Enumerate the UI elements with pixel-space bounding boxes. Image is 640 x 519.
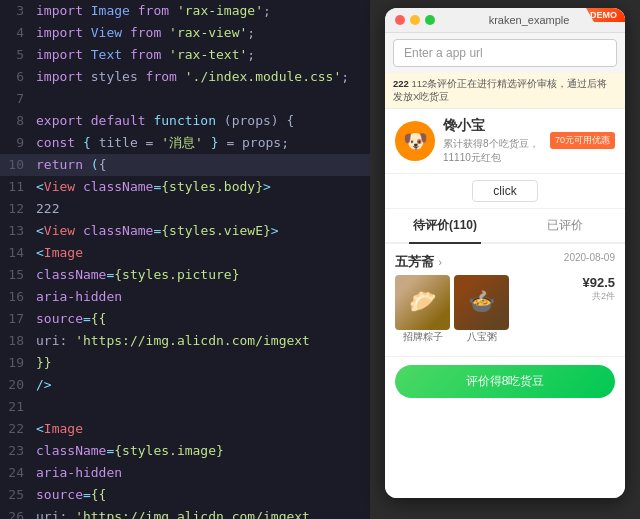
line-number-12: 12 xyxy=(0,198,32,220)
line-number-20: 20 xyxy=(0,374,32,396)
code-editor: 3import Image from 'rax-image';4import V… xyxy=(0,0,370,519)
store-item-0: 🥟 招牌粽子 xyxy=(395,275,450,344)
editor-line-7: 7 xyxy=(0,88,370,110)
store-image-dumplings: 🥟 xyxy=(395,275,450,330)
editor-line-14: 14 <Image xyxy=(0,242,370,264)
line-number-7: 7 xyxy=(0,88,32,110)
line-content-22: <Image xyxy=(32,418,370,440)
store-item-1: 🍲 八宝粥 xyxy=(454,275,509,344)
editor-line-15: 15 className={styles.picture} xyxy=(0,264,370,286)
line-content-25: source={{ xyxy=(32,484,370,506)
store-date: 2020-08-09 xyxy=(564,252,615,263)
editor-line-12: 12 222 xyxy=(0,198,370,220)
store-name-area: 五芳斋 › xyxy=(395,252,442,271)
store-price-area: ¥92.5 共2件 xyxy=(582,275,615,303)
click-button-area[interactable]: click xyxy=(385,174,625,209)
editor-line-23: 23 className={styles.image} xyxy=(0,440,370,462)
line-content-14: <Image xyxy=(32,242,370,264)
line-content-9: const { title = '消息' } = props; xyxy=(32,132,370,154)
editor-line-22: 22 <Image xyxy=(0,418,370,440)
editor-line-5: 5import Text from 'rax-text'; xyxy=(0,44,370,66)
line-number-3: 3 xyxy=(0,0,32,22)
review-action-button[interactable]: 评价得8吃货豆 xyxy=(395,365,615,398)
tab-pending-review[interactable]: 待评价(110) xyxy=(385,209,505,242)
line-number-23: 23 xyxy=(0,440,32,462)
maximize-window-button[interactable] xyxy=(425,15,435,25)
editor-line-17: 17 source={{ xyxy=(0,308,370,330)
coupon-badge[interactable]: 70元可用优惠 xyxy=(550,132,615,149)
user-desc: 累计获得8个吃货豆，11110元红包 xyxy=(443,137,542,165)
editor-line-11: 11 <View className={styles.body}> xyxy=(0,176,370,198)
user-name: 馋小宝 xyxy=(443,117,542,135)
store-info-row: 五芳斋 › 2020-08-09 xyxy=(395,252,615,271)
phone-frame: kraken_example Enter a app url DEMO 222 … xyxy=(385,8,625,498)
line-number-26: 26 xyxy=(0,506,32,519)
line-number-22: 22 xyxy=(0,418,32,440)
store-item-label-0: 招牌粽子 xyxy=(395,330,450,344)
line-content-11: <View className={styles.body}> xyxy=(32,176,370,198)
store-images: 🥟 招牌粽子 🍲 八宝粥 xyxy=(395,275,509,344)
line-content-24: aria-hidden xyxy=(32,462,370,484)
line-number-25: 25 xyxy=(0,484,32,506)
line-content-5: import Text from 'rax-text'; xyxy=(32,44,370,66)
store-price: ¥92.5 xyxy=(582,275,615,290)
window-title: kraken_example xyxy=(443,14,615,26)
line-content-15: className={styles.picture} xyxy=(32,264,370,286)
editor-line-13: 13 <View className={styles.viewE}> xyxy=(0,220,370,242)
line-number-21: 21 xyxy=(0,396,32,418)
line-content-13: <View className={styles.viewE}> xyxy=(32,220,370,242)
line-number-19: 19 xyxy=(0,352,32,374)
line-content-4: import View from 'rax-view'; xyxy=(32,22,370,44)
minimize-window-button[interactable] xyxy=(410,15,420,25)
avatar: 🐶 xyxy=(395,121,435,161)
line-number-11: 11 xyxy=(0,176,32,198)
click-button[interactable]: click xyxy=(472,180,537,202)
store-name: 五芳斋 xyxy=(395,254,434,269)
window-controls xyxy=(395,15,435,25)
line-number-24: 24 xyxy=(0,462,32,484)
store-card: 五芳斋 › 2020-08-09 🥟 招牌粽子 xyxy=(385,244,625,357)
line-number-15: 15 xyxy=(0,264,32,286)
editor-line-20: 20 /> xyxy=(0,374,370,396)
review-count: 222 xyxy=(393,78,409,89)
close-window-button[interactable] xyxy=(395,15,405,25)
line-content-20: /> xyxy=(32,374,370,396)
avatar-emoji: 🐶 xyxy=(403,129,428,153)
store-count: 共2件 xyxy=(582,290,615,303)
line-number-14: 14 xyxy=(0,242,32,264)
line-number-6: 6 xyxy=(0,66,32,88)
store-image-soup: 🍲 xyxy=(454,275,509,330)
status-message: 112条评价正在进行精选评价审核，通过后将发放X吃货豆 xyxy=(393,78,607,102)
editor-line-21: 21 xyxy=(0,396,370,418)
line-number-8: 8 xyxy=(0,110,32,132)
editor-line-16: 16 aria-hidden xyxy=(0,286,370,308)
line-content-12: 222 xyxy=(32,198,370,220)
line-content-19: }} xyxy=(32,352,370,374)
line-number-9: 9 xyxy=(0,132,32,154)
tab-reviewed[interactable]: 已评价 xyxy=(505,209,625,242)
review-tabs: 待评价(110) 已评价 xyxy=(385,209,625,244)
app-content: 222 112条评价正在进行精选评价审核，通过后将发放X吃货豆 🐶 馋小宝 累计… xyxy=(385,73,625,498)
line-number-13: 13 xyxy=(0,220,32,242)
line-number-10: 10 xyxy=(0,154,32,176)
line-number-5: 5 xyxy=(0,44,32,66)
line-content-10: return ({ xyxy=(32,154,370,176)
store-item-label-1: 八宝粥 xyxy=(454,330,509,344)
editor-line-3: 3import Image from 'rax-image'; xyxy=(0,0,370,22)
editor-line-6: 6import styles from './index.module.css'… xyxy=(0,66,370,88)
line-content-3: import Image from 'rax-image'; xyxy=(32,0,370,22)
bottom-action-area[interactable]: 评价得8吃货豆 xyxy=(385,357,625,406)
line-content-8: export default function (props) { xyxy=(32,110,370,132)
url-input-bar[interactable]: Enter a app url xyxy=(393,39,617,67)
dumplings-icon: 🥟 xyxy=(395,275,450,330)
line-number-4: 4 xyxy=(0,22,32,44)
editor-line-4: 4import View from 'rax-view'; xyxy=(0,22,370,44)
line-content-17: source={{ xyxy=(32,308,370,330)
line-content-16: aria-hidden xyxy=(32,286,370,308)
editor-line-9: 9 const { title = '消息' } = props; xyxy=(0,132,370,154)
editor-line-10: 10 return ({ xyxy=(0,154,370,176)
phone-preview-panel: kraken_example Enter a app url DEMO 222 … xyxy=(370,0,640,519)
line-number-17: 17 xyxy=(0,308,32,330)
user-info: 馋小宝 累计获得8个吃货豆，11110元红包 xyxy=(443,117,542,165)
store-arrow: › xyxy=(438,257,441,268)
